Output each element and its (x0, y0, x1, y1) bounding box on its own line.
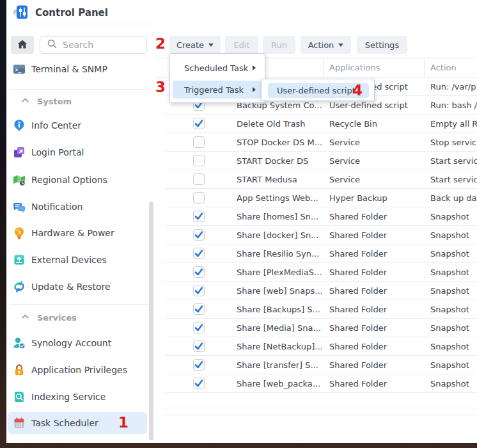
sidebar-scrollbar-thumb[interactable] (149, 202, 153, 440)
menu-item-label: Scheduled Task (184, 63, 248, 73)
task-name-cell: Share [NetBackup]... (237, 342, 327, 351)
home-button[interactable] (11, 36, 34, 54)
application-cell: Service (329, 156, 419, 166)
menu-item-label: User-defined script (277, 86, 356, 95)
settings-button[interactable]: Settings (357, 36, 407, 54)
table-row[interactable]: Share [NetBackup]...Shared FolderSnapsho… (165, 337, 477, 356)
row-checkbox[interactable] (193, 285, 205, 296)
task-name-cell: Share [Media] Sna... (237, 323, 327, 333)
action-cell: Run: /var/p (430, 82, 477, 92)
table-row[interactable]: Share [docker] Sn...Shared FolderSnapsho… (165, 226, 477, 244)
action-cell: Snapshot (430, 249, 477, 259)
create-button-label: Create (176, 40, 204, 50)
synology-account-icon (13, 337, 26, 349)
chevron-down-icon (208, 44, 214, 47)
menu-item-triggered-task[interactable]: Triggered Task (173, 81, 263, 99)
row-checkbox[interactable] (193, 378, 205, 389)
application-cell: Service (329, 175, 419, 184)
column-divider (424, 59, 425, 77)
action-cell: Snapshot (430, 342, 477, 351)
row-checkbox[interactable] (193, 303, 205, 315)
update-restore-icon (13, 280, 26, 293)
annotation-step-3: 3 (155, 79, 166, 95)
table-row[interactable]: Share [transfer] S...Shared FolderSnapsh… (165, 356, 477, 374)
create-dropdown-menu: Scheduled Task Triggered Task (169, 53, 265, 103)
action-button-label: Action (308, 40, 334, 50)
sidebar-item-notification[interactable]: Notification (13, 199, 148, 214)
table-row[interactable]: Share [web_packa...Shared FolderSnapshot (165, 374, 477, 393)
table-row[interactable]: Share [Backups] S...Shared FolderSnapsho… (165, 300, 477, 319)
sidebar-item-hardware-power[interactable]: 1Hardware & Power (13, 225, 148, 241)
indexing-service-icon (13, 390, 26, 403)
action-button[interactable]: Action (301, 36, 351, 54)
task-name-cell: Delete Old Trash (237, 119, 327, 129)
annotation-step-2: 2 (155, 36, 166, 51)
sidebar-item-update-restore[interactable]: Update & Restore (13, 279, 148, 294)
application-cell: Shared Folder (329, 286, 419, 296)
sidebar-item-terminal-snmp[interactable]: >_Terminal & SNMP (13, 61, 148, 77)
row-checkbox[interactable] (193, 266, 205, 278)
create-button[interactable]: Create (169, 36, 221, 54)
sidebar-item-label: Regional Options (31, 175, 107, 185)
login-portal-icon (13, 146, 26, 159)
terminal-icon: >_ (13, 63, 26, 76)
column-divider (323, 59, 324, 77)
row-checkbox[interactable] (193, 322, 205, 333)
action-cell: Snapshot (430, 379, 477, 388)
row-checkbox[interactable] (193, 155, 205, 166)
action-cell: Snapshot (430, 305, 477, 314)
sidebar-item-label: Update & Restore (31, 282, 111, 292)
hardware-power-icon: 1 (13, 227, 26, 239)
application-cell: Shared Folder (329, 212, 419, 221)
sidebar-item-info-center[interactable]: Info Center (13, 118, 148, 133)
application-cell: Shared Folder (329, 230, 419, 240)
sidebar-item-indexing-service[interactable]: Indexing Service (13, 389, 148, 404)
sidebar-item-login-portal[interactable]: Login Portal (13, 145, 148, 160)
row-checkbox[interactable] (193, 248, 205, 259)
action-cell: Snapshot (430, 323, 477, 333)
column-header-applications[interactable]: Applications (329, 63, 380, 72)
sidebar-item-external-devices[interactable]: External Devices (13, 252, 148, 268)
table-row[interactable]: Share [PlexMediaS...Shared FolderSnapsho… (165, 263, 477, 282)
menu-item-label: Triggered Task (184, 85, 244, 95)
action-cell: Snapshot (430, 360, 477, 370)
column-header-action[interactable]: Action (430, 63, 457, 72)
table-row[interactable]: START MedusaServiceStart servic (165, 170, 477, 189)
table-row[interactable]: START Docker DSServiceStart servic (165, 152, 477, 170)
table-row[interactable]: Share [Media] Sna...Shared FolderSnapsho… (165, 319, 477, 337)
run-button-label: Run (271, 40, 287, 50)
table-row[interactable]: Delete Old TrashRecycle BinEmpty all R (165, 115, 477, 133)
sidebar-item-label: Synology Account (31, 338, 111, 348)
notification-icon (13, 200, 26, 213)
sidebar-item-label: Login Portal (31, 147, 84, 157)
sidebar-section-system[interactable]: System (21, 95, 149, 108)
row-checkbox[interactable] (193, 192, 205, 204)
row-checkbox[interactable] (193, 229, 205, 241)
table-row[interactable]: App Settings Web...Hyper BackupBack up d… (165, 189, 477, 207)
menu-item-scheduled-task[interactable]: Scheduled Task (173, 59, 263, 77)
table-row[interactable]: Share [Resilio Syn...Shared FolderSnapsh… (165, 244, 477, 263)
table-row[interactable]: STOP Docker DS M...ServiceStop servic (165, 133, 477, 152)
table-row[interactable]: Share [web] Snaps...Shared FolderSnapsho… (165, 282, 477, 300)
chevron-up-icon (21, 312, 29, 323)
row-checkbox[interactable] (193, 136, 205, 148)
row-checkbox[interactable] (193, 173, 205, 185)
row-checkbox[interactable] (193, 211, 205, 222)
sidebar-item-label: Indexing Service (31, 392, 106, 402)
sidebar-item-application-privileges[interactable]: Application Privileges (13, 362, 148, 378)
chevron-up-icon (21, 96, 29, 106)
application-cell: Shared Folder (329, 379, 419, 388)
home-icon (16, 38, 29, 52)
search-input[interactable] (63, 40, 136, 50)
sidebar-section-services[interactable]: Services (21, 311, 149, 324)
row-checkbox[interactable] (193, 359, 205, 371)
sidebar-item-regional-options[interactable]: Regional Options (13, 172, 148, 188)
row-checkbox[interactable] (193, 118, 205, 129)
search-box[interactable] (40, 36, 147, 54)
row-checkbox[interactable] (193, 340, 205, 352)
section-label: System (37, 97, 72, 106)
sidebar-item-synology-account[interactable]: Synology Account (13, 335, 148, 351)
action-cell: Snapshot (430, 268, 477, 277)
action-cell: Snapshot (430, 230, 477, 240)
table-row[interactable]: Share [homes] Sn...Shared FolderSnapshot (165, 207, 477, 226)
